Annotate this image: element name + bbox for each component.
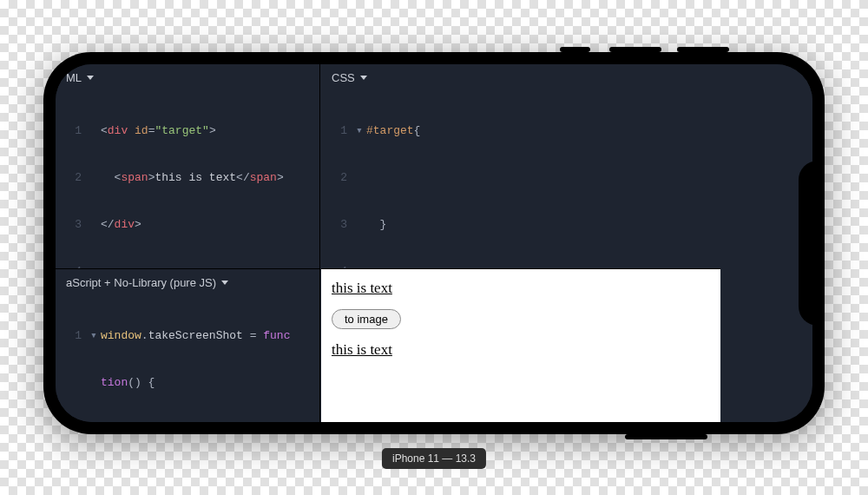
dropdown-icon <box>221 280 228 285</box>
line-number: 2 <box>56 170 90 186</box>
device-button <box>625 434 707 439</box>
line-number: 3 <box>321 217 356 233</box>
html-pane-header[interactable]: ML <box>56 64 319 90</box>
device-screen: ML 1 <div id="target"> 2 <span>this is t… <box>56 64 812 422</box>
device-notch <box>799 161 825 326</box>
preview-text: this is text <box>332 341 710 359</box>
line-number: 1 <box>321 123 356 139</box>
preview-text: this is text <box>332 280 710 297</box>
line-number <box>56 375 90 391</box>
device-frame: ML 1 <div id="target"> 2 <span>this is t… <box>43 52 825 434</box>
css-pane-header[interactable]: CSS <box>321 64 812 90</box>
js-pane-label: aScript + No-Library (pure JS) <box>66 276 216 289</box>
dropdown-icon <box>360 76 367 80</box>
line-number: 2 <box>321 170 356 186</box>
js-pane-header[interactable]: aScript + No-Library (pure JS) <box>56 269 319 295</box>
device-button <box>609 47 661 52</box>
css-editor-pane[interactable]: CSS 1 ▾ #target{ 2 3 } <box>321 64 812 268</box>
js-code-area[interactable]: 1 ▾ window.takeScreenShot = func tion() … <box>56 295 319 422</box>
html-pane-label: ML <box>66 71 82 84</box>
device-button <box>677 47 729 52</box>
html-editor-pane[interactable]: ML 1 <div id="target"> 2 <span>this is t… <box>56 64 320 268</box>
preview-pane: this is text to image this is text <box>321 268 720 422</box>
js-editor-pane[interactable]: aScript + No-Library (pure JS) 1 ▾ windo… <box>56 268 320 422</box>
line-number: 1 <box>56 123 90 139</box>
css-pane-label: CSS <box>332 71 355 84</box>
dropdown-icon <box>87 76 94 80</box>
line-number: 1 <box>56 328 90 344</box>
to-image-button[interactable]: to image <box>332 309 401 329</box>
line-number: 3 <box>56 217 90 233</box>
device-button <box>560 47 590 52</box>
device-label: iPhone 11 — 13.3 <box>382 448 486 469</box>
